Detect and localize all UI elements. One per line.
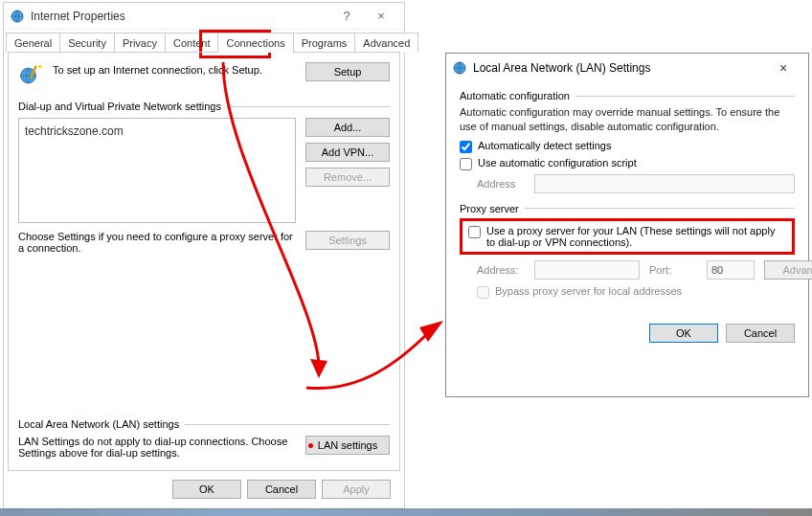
proxy-use-label: Use a proxy server for your LAN (These s… [486, 225, 786, 248]
taskbar-hint [0, 508, 812, 516]
tab-security[interactable]: Security [59, 33, 115, 53]
divider [575, 96, 795, 97]
auto-script-row[interactable]: Use automatic configuration script [460, 157, 795, 170]
dialog-buttons: OK Cancel Apply [163, 474, 400, 505]
bypass-label: Bypass proxy server for local addresses [495, 285, 682, 297]
ok-button[interactable]: OK [649, 324, 718, 343]
tabs-row: General Security Privacy Content Connect… [4, 32, 404, 52]
remove-button[interactable]: Remove... [305, 168, 390, 187]
cancel-button[interactable]: Cancel [247, 480, 316, 499]
ok-button[interactable]: OK [172, 480, 241, 499]
apply-button[interactable]: Apply [322, 480, 391, 499]
tab-general[interactable]: General [6, 33, 60, 53]
globe-wand-icon [18, 62, 45, 89]
proxy-address-label: Address: [477, 264, 525, 276]
dialog-body: Automatic configuration Automatic config… [446, 82, 808, 316]
lan-settings-button[interactable]: LAN settings [305, 436, 390, 455]
dialup-buttons: Add... Add VPN... Remove... [305, 118, 390, 223]
svg-point-3 [38, 65, 42, 69]
settings-button[interactable]: Settings [305, 231, 390, 250]
globe-icon [452, 60, 467, 76]
auto-detect-checkbox[interactable] [460, 141, 472, 153]
port-label: Port: [649, 264, 697, 276]
internet-properties-icon [10, 9, 25, 24]
lan-settings-dialog: Local Area Network (LAN) Settings × Auto… [445, 53, 809, 397]
tab-content[interactable]: Content [165, 33, 219, 53]
script-address-row: Address [460, 174, 795, 193]
dialog-title: Internet Properties [31, 10, 329, 23]
dialog-buttons: OK Cancel [446, 316, 808, 350]
auto-detect-row[interactable]: Automatically detect settings [460, 140, 795, 153]
lan-section: Local Area Network (LAN) settings LAN Se… [18, 418, 390, 459]
proxy-label: Proxy server [460, 203, 519, 214]
divider [185, 424, 390, 425]
divider [227, 106, 390, 107]
choose-row: Choose Settings if you need to configure… [18, 231, 390, 254]
auto-config-title: Automatic configuration [460, 90, 795, 101]
cancel-button[interactable]: Cancel [726, 324, 795, 343]
advanced-button[interactable]: Advanced [764, 260, 812, 280]
proxy-address-row: Address: Port: Advanced [460, 260, 795, 280]
connections-listbox[interactable]: techtrickszone.com [18, 118, 296, 223]
setup-button[interactable]: Setup [305, 62, 390, 81]
tab-programs[interactable]: Programs [293, 33, 356, 53]
script-address-input[interactable] [534, 174, 795, 193]
lan-row: LAN Settings do not apply to dial-up con… [18, 436, 390, 459]
lan-section-text: Local Area Network (LAN) settings [18, 418, 179, 430]
auto-detect-label: Automatically detect settings [478, 140, 611, 151]
bypass-checkbox[interactable] [477, 286, 489, 299]
proxy-title: Proxy server [460, 203, 795, 214]
choose-text: Choose Settings if you need to configure… [18, 231, 296, 254]
close-button[interactable]: × [764, 60, 802, 76]
auto-config-desc: Automatic configuration may override man… [460, 105, 795, 134]
tab-content-area: To set up an Internet connection, click … [8, 52, 400, 471]
titlebar: Internet Properties ? × [4, 3, 404, 30]
divider [525, 208, 795, 209]
tab-privacy[interactable]: Privacy [114, 33, 166, 53]
annotation-proxy-highlight: Use a proxy server for your LAN (These s… [460, 218, 795, 255]
proxy-use-checkbox[interactable] [468, 226, 481, 238]
lan-text: LAN Settings do not apply to dial-up con… [18, 436, 296, 459]
titlebar: Local Area Network (LAN) Settings × [446, 54, 808, 82]
auto-config-group: Automatic configuration Automatic config… [460, 90, 795, 193]
auto-script-label: Use automatic configuration script [478, 157, 637, 168]
add-button[interactable]: Add... [305, 118, 390, 137]
svg-marker-6 [419, 321, 443, 342]
dialup-section-label: Dial-up and Virtual Private Network sett… [18, 101, 390, 112]
port-input[interactable] [707, 260, 755, 280]
annotation-dot [308, 443, 313, 448]
setup-text: To set up an Internet connection, click … [53, 62, 298, 76]
internet-properties-dialog: Internet Properties ? × General Security… [3, 2, 405, 509]
address-label: Address [477, 178, 525, 190]
proxy-group: Proxy server Use a proxy server for your… [460, 203, 795, 299]
auto-config-label: Automatic configuration [460, 90, 570, 101]
bypass-row[interactable]: Bypass proxy server for local addresses [460, 285, 795, 299]
close-button[interactable]: × [364, 9, 398, 23]
help-button[interactable]: ? [329, 9, 364, 23]
lan-section-label: Local Area Network (LAN) settings [18, 418, 390, 430]
tab-advanced[interactable]: Advanced [354, 33, 418, 53]
auto-script-checkbox[interactable] [460, 158, 472, 170]
proxy-address-input[interactable] [534, 260, 640, 280]
setup-row: To set up an Internet connection, click … [18, 62, 390, 89]
proxy-use-row[interactable]: Use a proxy server for your LAN (These s… [468, 225, 786, 248]
add-vpn-button[interactable]: Add VPN... [305, 143, 390, 162]
dialup-section-text: Dial-up and Virtual Private Network sett… [18, 101, 221, 112]
dialog-title: Local Area Network (LAN) Settings [473, 61, 764, 75]
dialup-area: techtrickszone.com Add... Add VPN... Rem… [18, 118, 390, 223]
tab-connections[interactable]: Connections [217, 33, 293, 53]
